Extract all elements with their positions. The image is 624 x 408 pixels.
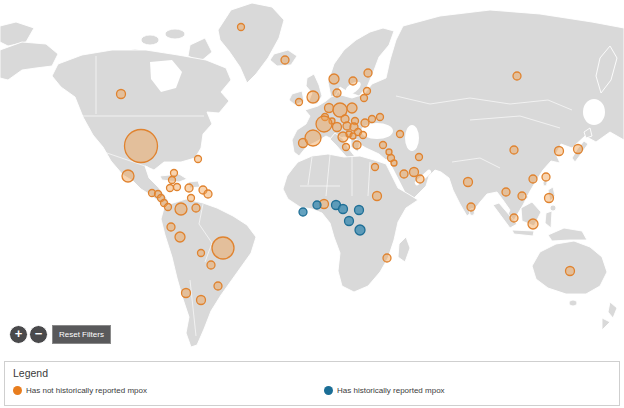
- map-marker-sudan[interactable]: [373, 192, 382, 201]
- map-marker-peru[interactable]: [175, 232, 185, 242]
- map-marker-south-korea[interactable]: [555, 147, 564, 156]
- map-marker-ghana[interactable]: [313, 201, 321, 209]
- island-arctic-1: [141, 35, 159, 45]
- map-marker-iran[interactable]: [416, 154, 423, 161]
- map-marker-venezuela[interactable]: [192, 204, 200, 212]
- map-marker-spain[interactable]: [305, 130, 321, 146]
- zoom-out-button[interactable]: −: [29, 325, 48, 344]
- map-marker-qatar[interactable]: [410, 168, 419, 177]
- map-marker-georgia[interactable]: [397, 131, 404, 138]
- map-marker-finland[interactable]: [364, 69, 372, 77]
- legend-item-not-reported: Has not historically reported mpox: [13, 386, 147, 395]
- map-marker-panama[interactable]: [165, 204, 172, 211]
- island-new-guinea: [548, 228, 587, 241]
- map-marker-sri-lanka[interactable]: [467, 203, 475, 211]
- map-marker-bolivia[interactable]: [198, 250, 205, 257]
- island-java: [512, 230, 534, 236]
- map-marker-china[interactable]: [510, 146, 518, 154]
- map-marker-united-kingdom[interactable]: [307, 91, 319, 103]
- island-tasmania: [569, 300, 577, 306]
- map-marker-iceland[interactable]: [281, 56, 289, 64]
- map-marker-romania[interactable]: [361, 119, 369, 127]
- world-map-svg: [0, 0, 624, 356]
- caspian-sea: [405, 125, 419, 151]
- orange-dot-icon: [13, 386, 22, 395]
- map-marker-japan[interactable]: [574, 145, 583, 154]
- map-marker-paraguay[interactable]: [207, 261, 215, 269]
- map-marker-estonia[interactable]: [364, 88, 371, 95]
- map-marker-jordan[interactable]: [391, 160, 397, 166]
- map-marker-latvia[interactable]: [361, 95, 368, 102]
- map-marker-denmark[interactable]: [333, 89, 341, 97]
- map-marker-greece[interactable]: [353, 141, 361, 149]
- map-marker-chile[interactable]: [182, 289, 191, 298]
- zoom-in-button[interactable]: +: [9, 325, 28, 344]
- map-marker-dominican-republic[interactable]: [185, 184, 193, 192]
- legend-title: Legend: [13, 367, 48, 379]
- legend-item-label: Has historically reported mpox: [337, 386, 445, 395]
- reset-filters-button[interactable]: Reset Filters: [52, 325, 111, 344]
- map-marker-norway[interactable]: [329, 74, 339, 84]
- island-madagascar: [398, 237, 410, 262]
- blue-dot-icon: [324, 386, 333, 395]
- map-marker-taiwan[interactable]: [542, 173, 550, 181]
- legend: Legend Has not historically reported mpo…: [4, 361, 620, 406]
- island-sulawesi: [545, 211, 552, 228]
- map-marker-switzerland[interactable]: [333, 123, 342, 132]
- map-marker-ecuador[interactable]: [167, 223, 175, 231]
- landmass-south-america: [161, 199, 256, 347]
- map-marker-canada[interactable]: [117, 90, 126, 99]
- map-marker-poland[interactable]: [347, 103, 357, 113]
- map-marker-thailand[interactable]: [502, 188, 510, 196]
- map-marker-philippines[interactable]: [545, 194, 554, 203]
- map-marker-lesser-antilles[interactable]: [204, 190, 212, 198]
- map-marker-united-states[interactable]: [125, 130, 158, 163]
- map-marker-bermuda[interactable]: [195, 156, 202, 163]
- map-marker-ukraine[interactable]: [377, 114, 384, 121]
- map-marker-moldova[interactable]: [369, 116, 376, 123]
- map-marker-jamaica[interactable]: [167, 185, 174, 192]
- map-marker-india[interactable]: [464, 178, 473, 187]
- map-marker-vietnam[interactable]: [518, 192, 526, 200]
- map-marker-dr-congo[interactable]: [355, 225, 365, 235]
- map-marker-brazil[interactable]: [212, 237, 234, 259]
- island-new-zealand-north: [608, 302, 617, 318]
- map-marker-uae[interactable]: [416, 175, 424, 183]
- map-marker-liberia[interactable]: [299, 208, 307, 216]
- landmass-greenland: [218, 3, 284, 83]
- map-marker-bahamas[interactable]: [171, 170, 178, 177]
- map-marker-colombia[interactable]: [175, 203, 187, 215]
- island-arctic-2: [165, 29, 185, 39]
- map-marker-haiti[interactable]: [174, 184, 181, 191]
- map-marker-australia[interactable]: [566, 267, 575, 276]
- map-marker-malta[interactable]: [343, 144, 350, 151]
- map-marker-russia[interactable]: [513, 72, 521, 80]
- map-marker-argentina[interactable]: [197, 296, 206, 305]
- map-marker-egypt[interactable]: [372, 164, 379, 171]
- map-marker-congo[interactable]: [345, 217, 354, 226]
- map-marker-sweden[interactable]: [349, 77, 357, 85]
- map-marker-netherlands[interactable]: [325, 104, 334, 113]
- map-marker-france[interactable]: [316, 116, 332, 132]
- map-marker-central-african-republic[interactable]: [355, 206, 364, 215]
- map-marker-uruguay[interactable]: [214, 282, 222, 290]
- map-marker-mozambique[interactable]: [383, 254, 391, 262]
- map-marker-indonesia[interactable]: [528, 219, 538, 229]
- legend-item-label: Has not historically reported mpox: [26, 386, 147, 395]
- landmasses: [0, 3, 624, 347]
- island-new-zealand-south: [602, 318, 610, 330]
- map-marker-bulgaria[interactable]: [360, 132, 367, 139]
- map-marker-cameroon[interactable]: [339, 205, 348, 214]
- world-map[interactable]: [0, 0, 624, 356]
- map-marker-saudi-arabia[interactable]: [400, 170, 408, 178]
- map-marker-cyprus[interactable]: [380, 142, 387, 149]
- map-marker-mexico[interactable]: [122, 170, 134, 182]
- map-marker-ireland[interactable]: [296, 99, 303, 106]
- map-controls: + − Reset Filters: [9, 325, 111, 344]
- map-marker-aruba-curacao[interactable]: [188, 195, 195, 202]
- map-marker-greenland[interactable]: [238, 24, 245, 31]
- map-marker-singapore[interactable]: [510, 214, 518, 222]
- sea-of-okhotsk: [583, 99, 605, 125]
- map-marker-cuba[interactable]: [169, 177, 176, 184]
- map-marker-china-coast[interactable]: [529, 175, 537, 183]
